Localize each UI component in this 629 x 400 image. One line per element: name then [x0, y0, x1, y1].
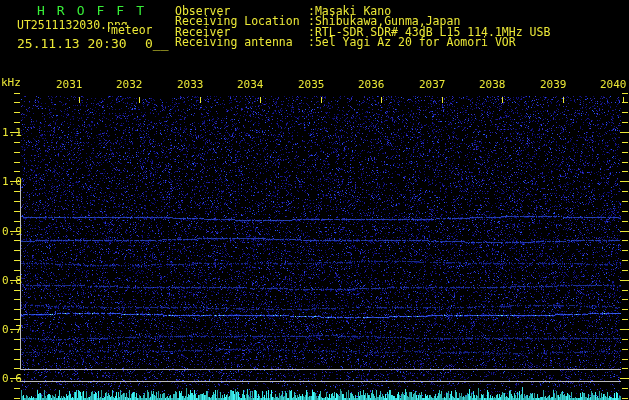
frequency-tick-label: 1.1: [2, 127, 22, 138]
echo-counter: 0__: [145, 37, 168, 50]
field-label: Receiving antenna: [175, 37, 308, 47]
time-tick-label: 2040: [600, 79, 627, 90]
frequency-tick-label: 1.0: [2, 176, 22, 187]
time-tick-label: 2039: [540, 79, 567, 90]
meteor-mode-label: meteor: [110, 25, 154, 37]
frequency-axis-unit: kHz: [1, 77, 21, 88]
app-title: HROFFT: [37, 4, 156, 17]
time-tick-label: 2038: [479, 79, 506, 90]
time-tick-label: 2036: [358, 79, 385, 90]
frequency-tick-label: 0.9: [2, 226, 22, 237]
time-tick-label: 2033: [177, 79, 204, 90]
hrofft-window: HROFFT UT2511132030.png meteor 25.11.13 …: [0, 0, 629, 400]
frequency-tick-label: 0.8: [2, 275, 22, 286]
spectrogram-canvas: [0, 0, 629, 400]
station-info-row: Receiving antenna:5el Yagi Az 20 for Aom…: [175, 37, 550, 47]
station-info: Observer:Masaki KanoReceiving Location:S…: [175, 6, 550, 47]
time-tick-label: 2037: [419, 79, 446, 90]
date-time-label: 25.11.13 20:30: [17, 37, 127, 50]
time-tick-label: 2032: [116, 79, 143, 90]
time-tick-label: 2034: [237, 79, 264, 90]
time-tick-label: 2031: [56, 79, 83, 90]
frequency-tick-label: 0.7: [2, 324, 22, 335]
time-tick-label: 2035: [298, 79, 325, 90]
frequency-tick-label: 0.6: [2, 373, 22, 384]
field-value: :5el Yagi Az 20 for Aomori VOR: [308, 35, 516, 49]
